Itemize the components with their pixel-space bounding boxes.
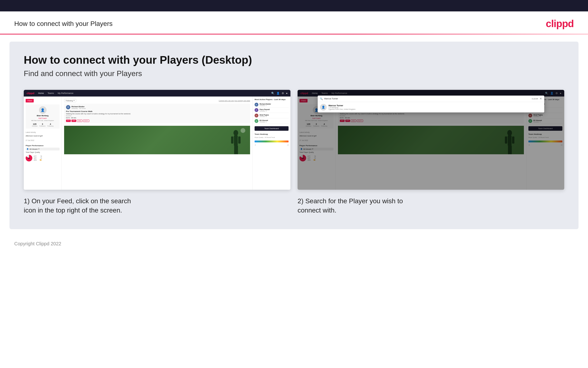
list-item: P Piers Parnell Activities: 4 bbox=[255, 107, 289, 113]
stat-following-2: 4 Following bbox=[321, 123, 327, 127]
search-result-avatar: 👤 bbox=[320, 104, 326, 110]
player-acts-2: Activities: 4 bbox=[260, 110, 270, 112]
dropdown-arrow: ▾ bbox=[38, 148, 39, 150]
act-sub: Yesterday · The Grove bbox=[71, 108, 86, 109]
caption-1: 1) On your Feed, click on the search ico… bbox=[24, 196, 290, 215]
control-link[interactable]: Control who can see your activity and da… bbox=[219, 100, 250, 101]
activities-label: Activities bbox=[32, 125, 37, 127]
search-result[interactable]: 👤 Marcus Turner 1-5 Handicap Cypress Poi… bbox=[317, 102, 544, 112]
player-avatar-sm: 👤 bbox=[26, 148, 29, 150]
list-item: R Richard Butler Activities: 7 bbox=[255, 102, 289, 107]
following-arrow: ▾ bbox=[74, 100, 75, 101]
activity-name: Afternoon round of golf bbox=[26, 135, 60, 137]
top-bar bbox=[0, 0, 588, 11]
profile-club-2: Mill Ride Golf Club, United Kingdom bbox=[305, 120, 328, 121]
team-dashboard-btn[interactable]: Team Dashboard bbox=[255, 126, 289, 131]
player-avatar: P bbox=[255, 108, 258, 112]
followers-value: 3 bbox=[42, 123, 43, 125]
nav-item-performance[interactable]: My Performance bbox=[58, 92, 73, 94]
main-heading: How to connect with your Players (Deskto… bbox=[24, 54, 564, 66]
heatmap-scale-right: +5 bbox=[287, 144, 289, 146]
nav-item-home-2: Home bbox=[312, 92, 317, 94]
search-icon-overlay: 🔍 bbox=[320, 97, 323, 100]
heatmap-scale-left: -5 bbox=[255, 144, 256, 146]
act-title: Pre Tournament Course Walk bbox=[66, 110, 248, 112]
nav-item-teams-2: Teams bbox=[321, 92, 328, 94]
app-nav-logo: clippd bbox=[26, 92, 34, 95]
arg-label: ARG bbox=[34, 159, 39, 161]
quality-circle: 84 bbox=[26, 155, 32, 161]
main-subheading: Find and connect with your Players bbox=[24, 69, 564, 78]
profile-club: Mill Ride Golf Club, United Kingdom bbox=[31, 120, 54, 121]
svg-rect-5 bbox=[236, 146, 238, 154]
tag-arg: ARG bbox=[77, 120, 82, 122]
activity-date: 27 Jul 2022 bbox=[26, 139, 60, 141]
profile-icon[interactable]: 👤 bbox=[276, 92, 280, 95]
search-result-club: Cypress Point Club, United Kingdom bbox=[328, 108, 356, 110]
golfer-silhouette bbox=[226, 128, 245, 154]
player-performance-title: Player Performance bbox=[26, 145, 60, 147]
svg-rect-9 bbox=[512, 137, 514, 144]
profile-role: Golf Coach bbox=[38, 118, 47, 119]
ott-value: 79 bbox=[40, 156, 42, 157]
list-item: E Eli Vincent Activities: 1 bbox=[255, 118, 289, 124]
screenshot-col-1: clippd Home Teams My Performance 🔍 👤 ⚙ ● bbox=[24, 90, 290, 215]
profile-card: 👤 Blair McHarg Golf Coach Mill Ride Golf… bbox=[26, 104, 60, 129]
activity-card: R Richard Butler Yesterday · The Grove P… bbox=[64, 104, 250, 123]
settings-icon[interactable]: ⚙ bbox=[282, 92, 284, 95]
player-name-4: Eli Vincent bbox=[260, 120, 268, 121]
feed-tab[interactable]: Feed bbox=[26, 99, 34, 102]
following-row: Following ▾ Control who can see your act… bbox=[64, 99, 250, 102]
app-nav-icons: 🔍 👤 ⚙ ● bbox=[271, 92, 288, 95]
page-title: How to connect with your Players bbox=[14, 20, 113, 28]
search-input-text[interactable]: Marcus Turner bbox=[324, 97, 530, 100]
avatar-icon-2: ● bbox=[560, 92, 562, 95]
team-heatmap-sub: Player Quality · 20 Round Trend bbox=[255, 137, 289, 138]
copyright: Copyright Clippd 2022 bbox=[14, 241, 61, 246]
clear-button[interactable]: CLEAR bbox=[532, 98, 538, 100]
following-button[interactable]: Following ▾ bbox=[64, 99, 76, 102]
list-item: H Hiral Pujara Activities: 3 bbox=[255, 113, 289, 118]
profile-name: Blair McHarg bbox=[37, 115, 48, 117]
nav-item-teams[interactable]: Teams bbox=[47, 92, 54, 94]
settings-icon-2: ⚙ bbox=[555, 92, 558, 95]
close-button[interactable]: ✕ bbox=[540, 97, 542, 100]
app-nav-logo-2: clippd bbox=[300, 92, 308, 95]
search-icon-2: 🔍 bbox=[545, 92, 548, 95]
activities-value: 129 bbox=[33, 123, 36, 125]
player-acts-4: Activities: 1 bbox=[260, 121, 268, 123]
search-input-row: 🔍 Marcus Turner CLEAR ✕ bbox=[317, 96, 544, 102]
arg-bar-fill bbox=[40, 159, 42, 160]
svg-rect-8 bbox=[505, 137, 507, 144]
player-dropdown[interactable]: 👤 Eli Vincent ▾ bbox=[26, 148, 60, 150]
search-result-name: Marcus Turner bbox=[328, 104, 356, 107]
golfer-silhouette-2 bbox=[500, 128, 519, 154]
activity-card-header: R Richard Butler Yesterday · The Grove bbox=[66, 105, 248, 109]
act-desc: Walking the course with my coach to buil… bbox=[66, 113, 248, 115]
avatar: 👤 bbox=[39, 106, 46, 114]
search-icon[interactable]: 🔍 bbox=[271, 92, 274, 95]
followers-label: Followers bbox=[39, 125, 46, 127]
latest-activity-label: Latest Activity bbox=[26, 131, 60, 133]
svg-rect-3 bbox=[238, 137, 241, 144]
heatmap-bar bbox=[255, 140, 289, 142]
player-performance-section: Player Performance 👤 Eli Vincent ▾ Total… bbox=[26, 145, 60, 161]
app-value: 70 bbox=[40, 157, 42, 159]
player-avatar: E bbox=[255, 119, 258, 123]
arg-bar-bg bbox=[40, 159, 42, 160]
tag-ott: OTT bbox=[66, 120, 71, 122]
svg-rect-4 bbox=[234, 146, 236, 154]
screenshot-2: clippd Home Teams My Performance 🔍 👤 ⚙ ● bbox=[298, 90, 564, 190]
app-left-panel: Feed 👤 Blair McHarg Golf Coach Mill Ride… bbox=[24, 97, 62, 190]
player-name-1: Richard Butler bbox=[260, 103, 271, 105]
search-result-handicap: 1-5 Handicap bbox=[328, 107, 356, 108]
team-heatmap-title: Team Heatmap bbox=[255, 133, 289, 135]
main-content: How to connect with your Players (Deskto… bbox=[9, 42, 579, 229]
svg-rect-2 bbox=[231, 137, 233, 144]
app-label: APP bbox=[34, 157, 39, 159]
profile-stats-2: 129 Activities 3 Followers 4 bbox=[306, 123, 327, 127]
caption-2: 2) Search for the Player you wish to con… bbox=[298, 196, 564, 215]
nav-item-home[interactable]: Home bbox=[38, 92, 44, 94]
stat-bars: OTT 79 APP bbox=[34, 156, 42, 161]
avatar-icon[interactable]: ● bbox=[286, 92, 288, 95]
